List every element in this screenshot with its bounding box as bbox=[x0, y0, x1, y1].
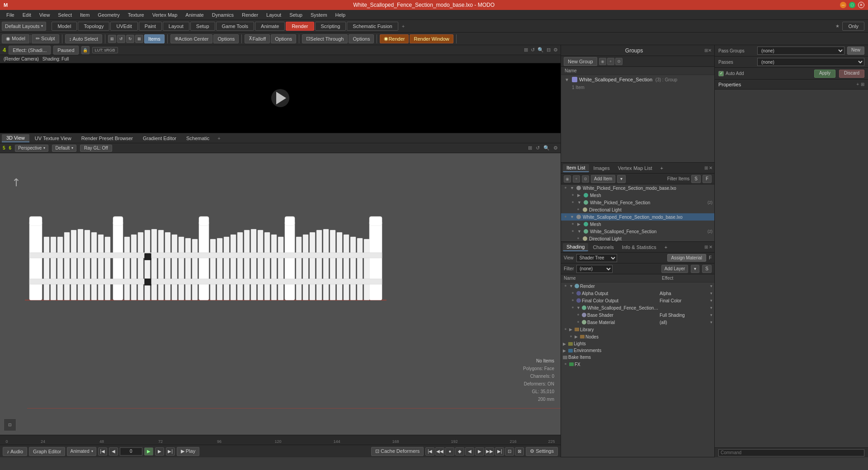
shade-row-fx[interactable]: ● FX bbox=[561, 361, 714, 368]
3d-viewport[interactable]: ↗ No Items Polygons: Face Channels: 0 De… bbox=[0, 153, 561, 435]
style-dropdown[interactable]: Default bbox=[52, 145, 76, 152]
expand-chevron[interactable]: ▼ bbox=[570, 215, 575, 219]
icon-btn1[interactable]: ⊞ bbox=[108, 35, 116, 43]
transport-btn2[interactable]: ◀◀ bbox=[435, 447, 444, 456]
items-btn[interactable]: Items bbox=[144, 34, 165, 43]
add-item-btn[interactable]: Add Item bbox=[591, 175, 615, 183]
add-viewport-tab[interactable]: + bbox=[215, 135, 223, 142]
play-label-btn[interactable]: ▶ Play bbox=[177, 447, 199, 456]
shade-dropdown5[interactable]: ▾ bbox=[710, 313, 712, 317]
preview-corners-btn5[interactable]: ⚙ bbox=[553, 47, 558, 53]
auto-select-btn[interactable]: ↕ Auto Select bbox=[65, 34, 102, 43]
list-item[interactable]: ● Directional Light bbox=[561, 206, 714, 213]
layout-tab-render[interactable]: Render bbox=[286, 22, 314, 31]
shade-dropdown1[interactable]: ▾ bbox=[710, 284, 712, 288]
groups-maximize-btn[interactable]: ⊞ bbox=[704, 48, 708, 53]
frame-input[interactable] bbox=[120, 447, 142, 456]
discard-btn[interactable]: Discard bbox=[839, 70, 864, 78]
expand-chevron[interactable]: ▼ bbox=[577, 200, 582, 205]
model-btn[interactable]: ◉ Model bbox=[2, 34, 29, 43]
shade-row-environments[interactable]: ▶ Environments bbox=[561, 347, 714, 354]
shade-row-nodes[interactable]: ● ▶ Nodes bbox=[561, 333, 714, 340]
layout-tab-topology[interactable]: Topology bbox=[78, 22, 109, 31]
vis-toggle[interactable]: ● bbox=[570, 229, 576, 234]
il-icon3[interactable]: ⚙ bbox=[582, 175, 589, 183]
tab-uv-texture[interactable]: UV Texture View bbox=[30, 135, 76, 142]
vp-corner2[interactable]: ↺ bbox=[536, 145, 540, 151]
transport-btn7[interactable]: ▶▶ bbox=[485, 447, 494, 456]
step-back-btn[interactable]: ◀ bbox=[109, 447, 118, 456]
shade-vis9[interactable]: ● bbox=[563, 362, 568, 367]
s-shade-btn[interactable]: S bbox=[702, 265, 712, 273]
preview-effect-btn[interactable]: Effect: (Shadi... bbox=[9, 46, 51, 55]
transport-btn9[interactable]: ⊡ bbox=[505, 447, 514, 456]
menu-setup[interactable]: Setup bbox=[286, 11, 306, 19]
add-layer-dropdown[interactable]: ▾ bbox=[691, 265, 699, 273]
menu-system[interactable]: System bbox=[307, 11, 331, 19]
shade-row-alpha[interactable]: ● Alpha Output Alpha ▾ bbox=[561, 290, 714, 297]
s-filter-btn[interactable]: S bbox=[691, 175, 701, 183]
vis-toggle[interactable]: ● bbox=[563, 185, 568, 191]
layout-tab-scripting[interactable]: Scripting bbox=[315, 22, 346, 31]
shade-row-bake[interactable]: Bake Items bbox=[561, 354, 714, 361]
groups-icon3[interactable]: ⚙ bbox=[615, 58, 623, 65]
menu-layout[interactable]: Layout bbox=[263, 11, 285, 19]
layout-tab-schematic[interactable]: Schematic Fusion bbox=[347, 22, 398, 31]
cache-deformers-btn[interactable]: ⊡ Cache Deformers bbox=[371, 447, 424, 456]
expand-render[interactable]: ▼ bbox=[569, 284, 574, 288]
shade-vis5[interactable]: ● bbox=[576, 312, 581, 318]
preview-corners-btn3[interactable]: 🔍 bbox=[538, 47, 544, 53]
transport-btn6[interactable]: ▶ bbox=[475, 447, 484, 456]
expand-env[interactable]: ▶ bbox=[563, 348, 567, 353]
render-btn[interactable]: ◉ Render bbox=[380, 34, 409, 43]
auto-add-checkbox[interactable]: ✓ Auto Add bbox=[718, 71, 744, 76]
add-layer-btn[interactable]: Add Layer bbox=[661, 265, 689, 273]
vis-toggle[interactable]: ● bbox=[570, 193, 576, 198]
list-item[interactable]: ● Directional Light bbox=[561, 235, 714, 241]
groups-icon2[interactable]: + bbox=[607, 58, 614, 65]
passes-select[interactable]: (none) bbox=[757, 58, 864, 66]
add-shading-tab[interactable]: + bbox=[661, 244, 671, 251]
settings-btn[interactable]: ⚙ Settings bbox=[526, 447, 558, 456]
vis-toggle[interactable]: ● bbox=[570, 221, 576, 227]
expand-lights[interactable]: ▶ bbox=[563, 342, 567, 346]
shade-dropdown3[interactable]: ▾ bbox=[710, 298, 712, 303]
go-start-btn[interactable]: |◀ bbox=[98, 447, 107, 456]
menu-select[interactable]: Select bbox=[54, 11, 75, 19]
menu-animate[interactable]: Animate bbox=[182, 11, 207, 19]
expand-chevron[interactable]: ▼ bbox=[570, 186, 575, 190]
icon-btn4[interactable]: ⊠ bbox=[135, 35, 143, 43]
shade-vis2[interactable]: ● bbox=[570, 291, 576, 296]
shade-dropdown2[interactable]: ▾ bbox=[710, 291, 712, 296]
tab-item-list[interactable]: Item List bbox=[563, 164, 589, 172]
layout-tab-model[interactable]: Model bbox=[52, 22, 77, 31]
preview-corners-btn2[interactable]: ↺ bbox=[531, 47, 535, 53]
animated-dropdown[interactable]: Animated bbox=[67, 447, 96, 456]
layout-tab-animate[interactable]: Animate bbox=[255, 22, 285, 31]
new-group-btn[interactable]: New Group bbox=[564, 57, 597, 66]
vp-corner4[interactable]: ⚙ bbox=[553, 145, 558, 151]
preview-icon1[interactable]: 🔒 bbox=[81, 46, 90, 54]
preview-canvas[interactable] bbox=[0, 63, 561, 133]
menu-texture[interactable]: Texture bbox=[124, 11, 148, 19]
menu-dynamics[interactable]: Dynamics bbox=[208, 11, 237, 19]
menu-geometry[interactable]: Geometry bbox=[94, 11, 123, 19]
shade-row-lights[interactable]: ▶ Lights bbox=[561, 340, 714, 347]
tab-schematic[interactable]: Schematic bbox=[182, 135, 214, 142]
group-item-fence-section[interactable]: ▼ White_Scalloped_Fence_Section (3) : Gr… bbox=[561, 75, 714, 84]
layout-tab-uvedit[interactable]: UVEdit bbox=[110, 22, 137, 31]
menu-help[interactable]: Help bbox=[332, 11, 349, 19]
layout-tab-paint[interactable]: Paint bbox=[139, 22, 162, 31]
tab-vertex-map[interactable]: Vertex Map List bbox=[614, 164, 656, 172]
menu-edit[interactable]: Edit bbox=[19, 11, 35, 19]
menu-item[interactable]: Item bbox=[76, 11, 93, 19]
tab-3dview[interactable]: 3D View bbox=[2, 134, 29, 142]
add-item-dropdown[interactable]: ▾ bbox=[617, 175, 626, 183]
default-layouts-dropdown[interactable]: Default Layouts bbox=[2, 22, 46, 31]
list-item[interactable]: ● ▼ White_Picked_Fence_Section (2) bbox=[561, 199, 714, 206]
props-add-icon[interactable]: + bbox=[856, 82, 859, 87]
list-item[interactable]: ● ▼ White_Scalloped_Fence_Section_modo_b… bbox=[561, 213, 714, 221]
menu-view[interactable]: View bbox=[36, 11, 54, 19]
maximize-button[interactable]: □ bbox=[849, 2, 855, 8]
shade-dropdown6[interactable]: ▾ bbox=[710, 320, 712, 324]
